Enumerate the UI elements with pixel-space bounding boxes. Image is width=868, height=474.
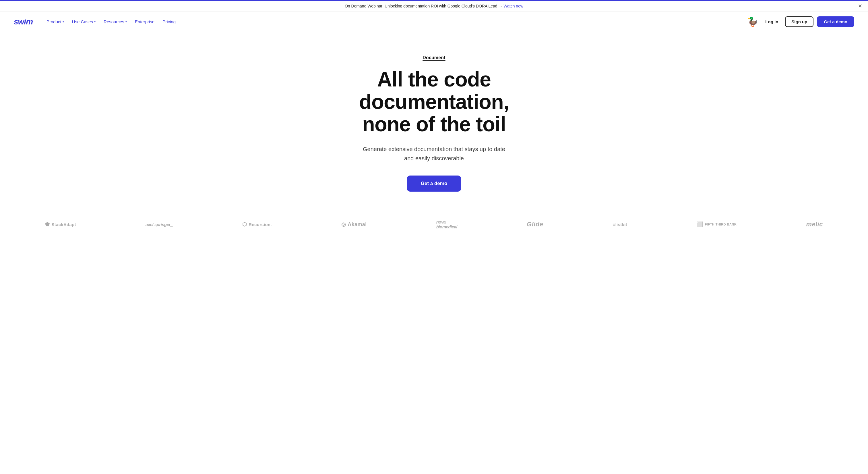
logo-fifth-third-bank: ⬜ Fifth ThIRD BANK — [696, 221, 737, 228]
hero-tag: Document — [423, 55, 445, 60]
chevron-down-icon: ▾ — [94, 20, 96, 23]
nav-links: Product ▾ Use Cases ▾ Resources ▾ Enterp… — [43, 17, 747, 26]
stackadapt-icon: ⬟ — [45, 221, 50, 228]
logos-strip: ⬟ StackAdapt axel springer_ ⬡ Recursion.… — [0, 209, 868, 241]
login-button[interactable]: Log in — [762, 17, 782, 26]
akamai-icon: ◎ — [341, 221, 346, 228]
hero-subtext-line2: and easily discoverable — [404, 155, 464, 161]
nav-item-enterprise[interactable]: Enterprise — [131, 17, 158, 26]
hero-headline-line2: none of the toil — [362, 113, 506, 136]
get-demo-hero-button[interactable]: Get a demo — [407, 176, 461, 191]
banner-cta-link[interactable]: Watch now — [503, 4, 523, 8]
nav-item-product-label: Product — [46, 19, 61, 24]
hero-section: Document All the code documentation, non… — [0, 32, 868, 209]
logo-akamai: ◎ Akamai — [341, 221, 367, 228]
logo-recursion: ⬡ Recursion. — [242, 221, 272, 228]
nav-item-use-cases[interactable]: Use Cases ▾ — [69, 17, 99, 26]
nav-item-resources[interactable]: Resources ▾ — [100, 17, 130, 26]
nav-item-pricing-label: Pricing — [162, 19, 176, 24]
main-nav: swim Product ▾ Use Cases ▾ Resources ▾ E… — [0, 11, 868, 32]
logo-glide: Glide — [527, 220, 543, 228]
get-demo-nav-button[interactable]: Get a demo — [817, 17, 854, 27]
hero-subtext: Generate extensive documentation that st… — [363, 145, 505, 163]
duck-emoji: 🦆 — [747, 17, 758, 27]
glide-label: Glide — [527, 220, 543, 228]
nav-item-product[interactable]: Product ▾ — [43, 17, 67, 26]
hero-headline: All the code documentation, none of the … — [311, 68, 557, 135]
fifth-third-bank-icon: ⬜ — [696, 221, 703, 228]
announcement-banner: On Demand Webinar: Unlocking documentati… — [0, 0, 868, 11]
stackadapt-label: StackAdapt — [51, 222, 76, 227]
close-icon[interactable]: ✕ — [858, 3, 862, 9]
hero-headline-line1: All the code documentation, — [359, 68, 509, 113]
nav-item-resources-label: Resources — [104, 19, 124, 24]
chevron-down-icon: ▾ — [63, 20, 64, 23]
banner-arrow: → — [498, 4, 502, 8]
listkit-label: ≡listkit — [613, 222, 627, 227]
nova-biomedical-label: novabiomedical — [436, 219, 457, 229]
nav-item-use-cases-label: Use Cases — [72, 19, 93, 24]
chevron-down-icon: ▾ — [125, 20, 127, 23]
recursion-label: Recursion. — [249, 222, 272, 227]
logo-axel-springer: axel springer_ — [146, 222, 173, 227]
nav-item-enterprise-label: Enterprise — [135, 19, 154, 24]
nav-item-pricing[interactable]: Pricing — [159, 17, 179, 26]
logo-stackadapt: ⬟ StackAdapt — [45, 221, 76, 228]
logo-melic: melic — [806, 220, 823, 228]
hero-subtext-line1: Generate extensive documentation that st… — [363, 146, 505, 152]
logo-listkit: ≡listkit — [613, 222, 627, 227]
akamai-label: Akamai — [348, 221, 367, 228]
logo-nova-biomedical: novabiomedical — [436, 219, 457, 229]
axel-springer-label: axel springer_ — [146, 222, 173, 227]
recursion-icon: ⬡ — [242, 221, 247, 228]
fifth-third-bank-label: Fifth ThIRD BANK — [705, 223, 737, 226]
melic-label: melic — [806, 220, 823, 228]
logo[interactable]: swim — [14, 17, 33, 26]
nav-right: 🦆 Log in Sign up Get a demo — [747, 17, 854, 27]
banner-text: On Demand Webinar: Unlocking documentati… — [345, 4, 497, 8]
signup-button[interactable]: Sign up — [785, 17, 813, 27]
